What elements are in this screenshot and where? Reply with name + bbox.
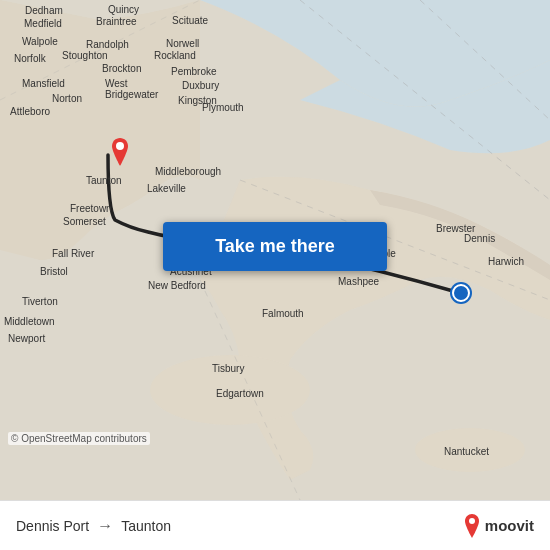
svg-point-8 [116, 142, 124, 150]
map-attribution: © OpenStreetMap contributors [8, 432, 150, 445]
route-arrow: → [97, 517, 113, 535]
svg-point-1 [150, 355, 310, 425]
origin-dot [452, 284, 470, 302]
map-container: Dedham Quincy Braintree Scituate Medfiel… [0, 0, 550, 500]
moovit-logo: moovit [463, 514, 534, 538]
take-me-there-button[interactable]: Take me there [163, 222, 387, 271]
svg-point-9 [469, 518, 475, 524]
destination-pin [108, 138, 132, 170]
bottom-bar: Dennis Port → Taunton moovit [0, 500, 550, 550]
moovit-pin-icon [463, 514, 481, 538]
svg-point-2 [415, 428, 525, 472]
origin-label: Dennis Port [16, 518, 89, 534]
destination-label: Taunton [121, 518, 171, 534]
route-label: Dennis Port → Taunton [16, 517, 171, 535]
moovit-text: moovit [485, 517, 534, 534]
